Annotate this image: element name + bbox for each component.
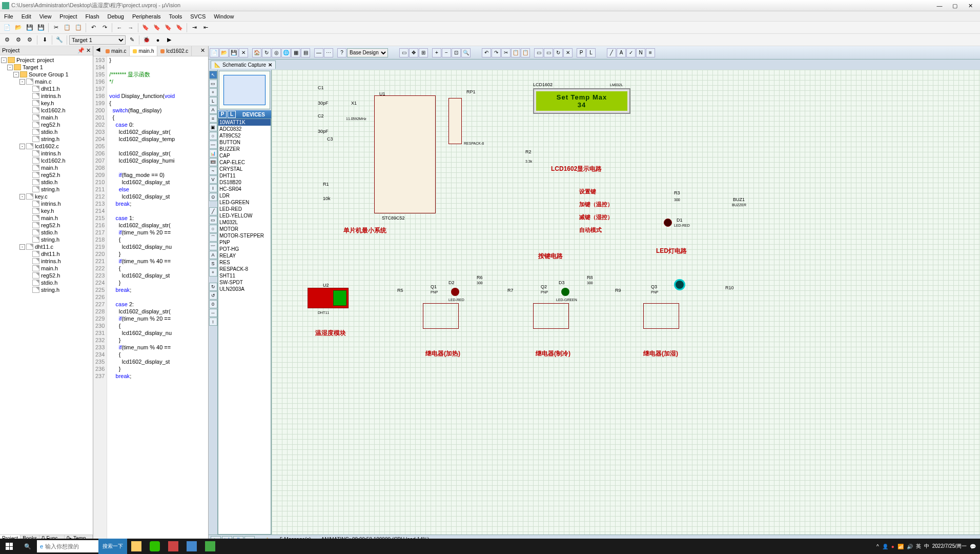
save-all-icon[interactable]: 💾 [36,23,46,33]
taskbar-app2[interactable] [182,539,201,554]
p-move-icon[interactable]: ✥ [409,48,418,57]
device-10WATT1K[interactable]: 10WATT1K [218,119,271,126]
menu-project[interactable]: Project [55,12,81,21]
paste-icon[interactable]: 📋 [73,23,84,33]
tray-ime2-icon[interactable]: 中 [924,543,929,550]
p-block-rot-icon[interactable]: ↻ [554,48,563,57]
device-RESPACK-8[interactable]: RESPACK-8 [218,266,271,272]
device-SW-SPDT[interactable]: SW-SPDT [218,279,271,286]
terminal-tool[interactable]: ○ [209,132,217,140]
p-wire-icon[interactable]: ╱ [607,48,616,57]
probe-v-tool[interactable]: V [209,175,217,184]
device-RELAY[interactable]: RELAY [218,252,271,259]
build-icon[interactable]: ⚙ [2,35,12,45]
tree-header-reg52-h[interactable]: reg52.h [1,121,92,128]
tape-tool[interactable]: 📼 [209,158,217,166]
line-tool[interactable]: ╱ [209,207,217,215]
arc-tool[interactable]: ⌒ [209,233,217,242]
minimize-button[interactable]: — [932,1,947,10]
text-tool[interactable]: A [209,106,217,114]
nav-back-icon[interactable]: ← [114,23,125,33]
tree-header-main-h[interactable]: main.h [1,265,92,272]
angle-input[interactable]: 0 [209,300,217,308]
taskbar-app3[interactable] [201,539,219,554]
bookmark-prev-icon[interactable]: 🔖 [152,23,162,33]
device-SHT11[interactable]: SHT11 [218,272,271,279]
p-zoomfit-icon[interactable]: ⊡ [452,48,461,57]
tree-header-dht11-h[interactable]: dht11.h [1,85,92,92]
code-tab-lcd1602-c[interactable]: lcd1602.c [157,46,192,56]
undo-icon[interactable]: ↶ [88,23,98,33]
tree-file-key-c[interactable]: -key.c [1,193,92,200]
rotate-ccw-icon[interactable]: ↺ [209,291,217,300]
p-copy-icon[interactable]: 📋 [511,48,520,57]
p-new-icon[interactable]: 📄 [210,48,219,57]
save-icon[interactable]: 💾 [25,23,35,33]
p-lib-icon[interactable]: L [586,48,596,57]
run-icon[interactable]: ▶ [164,35,174,45]
component-tool[interactable]: ▭ [209,80,217,88]
tray-chevron-icon[interactable]: ^ [876,544,879,549]
download-icon[interactable]: ⬇ [39,35,50,45]
taskbar-search[interactable]: e 输入你想搜的 [37,540,98,552]
relay2-led[interactable] [561,288,569,296]
p-home-icon[interactable]: 🏠 [252,48,261,57]
device-ADC0832[interactable]: ADC0832 [218,126,271,132]
tree-project-root[interactable]: -Project: project [1,56,92,64]
rotate-cw-icon[interactable]: ↻ [209,283,217,291]
bookmark-next-icon[interactable]: 🔖 [163,23,173,33]
text2-tool[interactable]: A [209,251,217,259]
p-block-copy-icon[interactable]: ▭ [534,48,543,57]
device-LED-GREEN[interactable]: LED-GREEN [218,199,271,206]
probe-i-tool[interactable]: I [209,184,217,192]
p-refresh-icon[interactable]: ↻ [262,48,271,57]
tree-header-intrins-h[interactable]: intrins.h [1,92,92,100]
p-zoomout-icon[interactable]: − [442,48,451,57]
tree-header-string-h[interactable]: string.h [1,186,92,193]
tree-header-intrins-h[interactable]: intrins.h [1,258,92,265]
p-close-icon[interactable]: ✕ [239,48,248,57]
path-tool[interactable]: 〰 [209,242,217,250]
pin-tool[interactable]: — [209,141,217,149]
code-tabs-close[interactable]: ✕ [197,46,208,56]
menu-peripherals[interactable]: Peripherals [128,12,165,21]
device-CAP-ELEC[interactable]: CAP-ELEC [218,159,271,166]
relay1-led[interactable] [451,288,459,296]
breakpoint-icon[interactable]: ● [153,35,163,45]
redo-icon[interactable]: ↷ [99,23,110,33]
device-CRYSTAL[interactable]: CRYSTAL [218,166,271,172]
relay-2[interactable] [533,303,569,329]
schematic-tab[interactable]: 📐 Schematic Capture ✕ [211,61,276,69]
bookmark-clear-icon[interactable]: 🔖 [174,23,185,33]
design-select[interactable]: Base Design [347,48,388,57]
start-button[interactable] [0,539,18,554]
circle-tool[interactable]: ○ [209,225,217,233]
menu-flash[interactable]: Flash [81,12,104,21]
tab-scroll-left[interactable]: ◀ [93,46,103,56]
tree-header-string-h[interactable]: string.h [1,286,92,293]
menu-file[interactable]: File [0,12,17,21]
notifications-icon[interactable]: 💬 [970,544,976,549]
p-text-icon[interactable]: A [617,48,626,57]
p-cut-icon[interactable]: ✂ [501,48,511,57]
menu-edit[interactable]: Edit [17,12,35,21]
p-undo-icon[interactable]: ↶ [482,48,491,57]
tree-header-lcd1602-h[interactable]: lcd1602.h [1,107,92,114]
device-LED-RED[interactable]: LED-RED [218,206,271,212]
marker-tool[interactable]: + [209,268,217,276]
open-file-icon[interactable]: 📂 [13,23,24,33]
close-button[interactable]: ✕ [963,1,978,10]
box-tool[interactable]: ▭ [209,216,217,224]
new-file-icon[interactable]: 📄 [2,23,12,33]
label-tool[interactable]: L [209,97,217,105]
relay-1[interactable] [423,303,459,329]
lcd-module[interactable]: Set Temp Max 34 [533,88,630,114]
generator-tool[interactable]: ~ [209,167,217,175]
code-tab-main-h[interactable]: main.h [130,46,157,56]
tree-header-dht11-h[interactable]: dht11.h [1,250,92,258]
device-POT-HG[interactable]: POT-HG [218,246,271,252]
device-RES[interactable]: RES [218,259,271,266]
tree-header-main-h[interactable]: main.h [1,114,92,121]
led-d1[interactable] [664,219,672,227]
tray-ime-icon[interactable]: 英 [916,543,921,550]
